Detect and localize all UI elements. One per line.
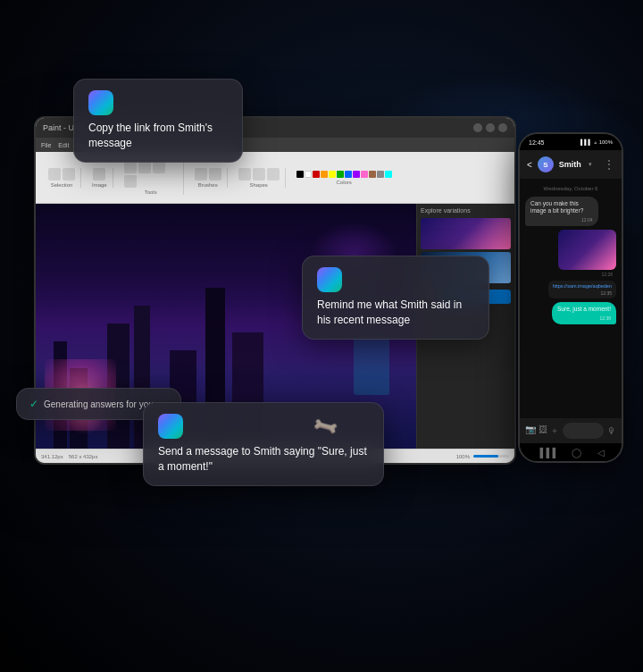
menu-file[interactable]: File — [41, 142, 51, 148]
toolbar-colors: Colors — [291, 171, 397, 185]
toolbar-image: Image — [87, 168, 113, 188]
copilot-icon-3 — [158, 414, 183, 439]
color-gray[interactable] — [377, 171, 384, 178]
close-btn[interactable] — [498, 123, 507, 132]
text-icon[interactable] — [153, 161, 165, 173]
phone-nav-bar: ▐▐▐ ◯ ◁ — [520, 443, 622, 461]
link-preview-sent: https://sam.image/aqbeden 12:35 — [548, 281, 616, 298]
online-indicator: ▾ — [589, 161, 592, 168]
nav-back-icon[interactable]: ◁ — [597, 448, 605, 458]
phone-body: 12:45 ▌▌▌ ⟁ 100% < S Smith ▾ ⋮ Wednesday… — [518, 132, 623, 463]
color-red[interactable] — [313, 171, 320, 178]
select-tool-icon[interactable] — [48, 168, 61, 181]
contact-avatar: S — [538, 156, 554, 172]
lit-building — [354, 332, 389, 395]
image-time: 12:28 — [525, 272, 613, 277]
phone-time: 12:45 — [529, 139, 545, 146]
wifi-icon: ⟁ — [594, 139, 597, 145]
chat-bubble-sent: Sure, just a moment! 12:38 — [552, 302, 616, 324]
rect-select-icon[interactable] — [63, 168, 75, 181]
card-send-message: Send a message to Smith saying "Sure, ju… — [143, 402, 384, 486]
color-black[interactable] — [296, 171, 304, 178]
colors-label: Colors — [337, 180, 352, 185]
card-remind: Remind me what Smith said in his recent … — [302, 256, 489, 340]
color-palette — [296, 171, 392, 178]
phone-signal: ▌▌▌ ⟁ 100% — [580, 139, 613, 145]
color-brown[interactable] — [369, 171, 376, 178]
phone-chat-header: < S Smith ▾ ⋮ — [520, 150, 622, 179]
chat-image-sent — [558, 230, 616, 270]
status-coords: 341.12px — [41, 454, 63, 459]
camera-icon[interactable]: 📷 — [525, 424, 536, 437]
card-copy-link: Copy the link from Smith's message — [73, 79, 243, 163]
battery-level: 100% — [599, 139, 613, 145]
check-icon: ✓ — [29, 398, 38, 410]
eraser-icon[interactable] — [124, 175, 137, 188]
color-orange[interactable] — [321, 171, 328, 178]
copilot-icon-2 — [317, 267, 342, 292]
chat-bubble-received-1: Can you make this image a bit brighter? … — [525, 197, 598, 226]
signal-icon: ▌▌▌ — [580, 139, 592, 145]
status-right: 100% — [456, 454, 509, 459]
generating-text: Generating answers for you... — [44, 399, 161, 409]
nav-home-icon[interactable]: ◯ — [572, 448, 581, 458]
brush2-icon[interactable] — [209, 168, 221, 181]
card-send-text: Send a message to Smith saying "Sure, ju… — [158, 444, 369, 475]
mic-icon[interactable]: 🎙 — [607, 426, 616, 436]
chat-area: Wednesday, October 6 Can you make this i… — [520, 179, 622, 418]
bubble-text-1: Can you make this image a bit brighter? — [530, 200, 583, 214]
phone-status-bar: 12:45 ▌▌▌ ⟁ 100% — [520, 134, 622, 150]
card-remind-header — [317, 267, 474, 292]
card-copy-link-text: Copy the link from Smith's message — [88, 121, 228, 151]
fill-icon[interactable] — [138, 161, 151, 173]
link-time: 12:35 — [553, 290, 612, 296]
variation-thumb-1[interactable] — [421, 218, 511, 249]
window-controls — [473, 123, 507, 132]
back-button[interactable]: < — [527, 160, 532, 170]
message-input[interactable] — [563, 423, 604, 439]
brushes-label: Brushes — [198, 182, 218, 188]
status-zoom: 100% — [456, 454, 470, 459]
zoom-slider[interactable] — [473, 455, 509, 458]
link-text: https://sam.image/aqbeden — [553, 283, 612, 289]
zoom-fill — [473, 455, 498, 458]
selection-label: Selection — [51, 182, 73, 188]
shapes-label: Shapes — [250, 182, 268, 188]
color-purple[interactable] — [353, 171, 360, 178]
phone-toolbar-icons: 📷 🖼 ＋ — [525, 424, 559, 437]
bubble-time-1: 12:04 — [530, 217, 593, 223]
phone-input-bar: 📷 🖼 ＋ 🎙 — [520, 418, 622, 443]
more-options-icon[interactable]: ⋮ — [604, 158, 614, 171]
add-icon[interactable]: ＋ — [550, 424, 559, 437]
sent-time: 12:38 — [557, 315, 611, 322]
color-blue[interactable] — [345, 171, 352, 178]
toolbar-brushes: Brushes — [189, 168, 228, 188]
status-size: 562 x 432px — [69, 454, 98, 459]
shape2-icon[interactable] — [253, 168, 265, 181]
color-yellow[interactable] — [329, 171, 336, 178]
explore-label: Explore variations — [421, 207, 511, 214]
color-green[interactable] — [337, 171, 344, 178]
tools-label: Tools — [145, 189, 157, 195]
maximize-btn[interactable] — [486, 123, 495, 132]
image-tool-icon[interactable] — [93, 168, 105, 181]
color-pink[interactable] — [361, 171, 368, 178]
chat-date: Wednesday, October 6 — [525, 186, 616, 191]
shape1-icon[interactable] — [238, 168, 251, 181]
nav-menu-icon[interactable]: ▐▐▐ — [537, 448, 555, 458]
color-white[interactable] — [305, 171, 312, 178]
color-cyan[interactable] — [385, 171, 392, 178]
toolbar-selection: Selection — [43, 168, 81, 188]
toolbar-tools: Tools — [119, 161, 184, 195]
shape3-icon[interactable] — [267, 168, 280, 181]
toolbar-shapes: Shapes — [233, 168, 286, 188]
phone-device: 12:45 ▌▌▌ ⟁ 100% < S Smith ▾ ⋮ Wednesday… — [518, 132, 623, 463]
gallery-icon[interactable]: 🖼 — [539, 424, 547, 437]
menu-edit[interactable]: Edit — [58, 142, 69, 148]
image-label: Image — [92, 182, 107, 188]
bubble-text-sent: Sure, just a moment! — [557, 306, 611, 312]
brush1-icon[interactable] — [195, 168, 207, 181]
minimize-btn[interactable] — [473, 123, 482, 132]
pencil-icon[interactable] — [124, 161, 137, 173]
card-remind-text: Remind me what Smith said in his recent … — [317, 298, 474, 328]
